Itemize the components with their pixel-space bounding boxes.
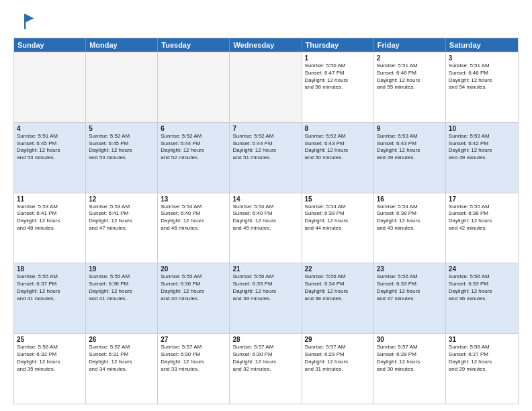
day-number: 31 [449, 336, 515, 343]
day-cell-20: 20Sunrise: 5:55 AM Sunset: 6:36 PM Dayli… [158, 263, 230, 333]
cell-details: Sunrise: 5:54 AM Sunset: 6:39 PM Dayligh… [305, 203, 371, 232]
header-day-tuesday: Tuesday [158, 38, 230, 52]
day-number: 23 [377, 265, 443, 273]
cell-details: Sunrise: 5:53 AM Sunset: 6:41 PM Dayligh… [17, 203, 83, 232]
day-number: 6 [161, 125, 226, 132]
day-number: 13 [161, 195, 226, 203]
logo-icon [13, 11, 35, 32]
day-cell-7: 7Sunrise: 5:52 AM Sunset: 6:44 PM Daylig… [230, 123, 302, 193]
cell-details: Sunrise: 5:50 AM Sunset: 6:47 PM Dayligh… [305, 62, 371, 91]
cell-details: Sunrise: 5:53 AM Sunset: 6:41 PM Dayligh… [89, 203, 154, 232]
calendar-row-2: 4Sunrise: 5:51 AM Sunset: 6:45 PM Daylig… [14, 122, 518, 193]
header-day-saturday: Saturday [446, 38, 518, 52]
day-cell-10: 10Sunrise: 5:53 AM Sunset: 6:42 PM Dayli… [446, 123, 518, 193]
cell-details: Sunrise: 5:55 AM Sunset: 6:37 PM Dayligh… [17, 273, 83, 302]
day-number: 12 [89, 195, 154, 203]
empty-cell [86, 52, 158, 122]
day-number: 16 [377, 195, 443, 203]
cell-details: Sunrise: 5:57 AM Sunset: 6:30 PM Dayligh… [161, 344, 226, 373]
day-number: 7 [232, 125, 298, 132]
header-day-sunday: Sunday [14, 38, 86, 52]
cell-details: Sunrise: 5:55 AM Sunset: 6:36 PM Dayligh… [161, 273, 226, 302]
day-cell-17: 17Sunrise: 5:55 AM Sunset: 6:38 PM Dayli… [446, 193, 518, 263]
day-cell-13: 13Sunrise: 5:54 AM Sunset: 6:40 PM Dayli… [158, 193, 230, 263]
day-number: 11 [17, 195, 83, 203]
cell-details: Sunrise: 5:55 AM Sunset: 6:38 PM Dayligh… [449, 203, 515, 232]
day-number: 9 [377, 125, 443, 132]
day-number: 27 [161, 336, 226, 343]
day-number: 25 [17, 336, 83, 343]
day-cell-8: 8Sunrise: 5:52 AM Sunset: 6:43 PM Daylig… [302, 123, 374, 193]
day-number: 29 [305, 336, 371, 343]
day-cell-6: 6Sunrise: 5:52 AM Sunset: 6:44 PM Daylig… [158, 123, 230, 193]
day-number: 26 [89, 336, 154, 343]
cell-details: Sunrise: 5:56 AM Sunset: 6:32 PM Dayligh… [17, 344, 83, 373]
day-number: 1 [305, 54, 371, 62]
cell-details: Sunrise: 5:56 AM Sunset: 6:33 PM Dayligh… [449, 273, 515, 302]
calendar-body: 1Sunrise: 5:50 AM Sunset: 6:47 PM Daylig… [14, 52, 518, 404]
day-number: 20 [161, 265, 226, 273]
day-cell-27: 27Sunrise: 5:57 AM Sunset: 6:30 PM Dayli… [158, 334, 230, 404]
day-cell-12: 12Sunrise: 5:53 AM Sunset: 6:41 PM Dayli… [86, 193, 158, 263]
cell-details: Sunrise: 5:57 AM Sunset: 6:28 PM Dayligh… [377, 344, 443, 373]
cell-details: Sunrise: 5:52 AM Sunset: 6:44 PM Dayligh… [161, 133, 226, 162]
day-number: 22 [305, 265, 371, 273]
cell-details: Sunrise: 5:53 AM Sunset: 6:43 PM Dayligh… [377, 133, 443, 162]
calendar: SundayMondayTuesdayWednesdayThursdayFrid… [13, 38, 519, 404]
cell-details: Sunrise: 5:57 AM Sunset: 6:29 PM Dayligh… [305, 344, 371, 373]
day-cell-21: 21Sunrise: 5:56 AM Sunset: 6:35 PM Dayli… [230, 263, 302, 333]
day-cell-19: 19Sunrise: 5:55 AM Sunset: 6:36 PM Dayli… [86, 263, 158, 333]
day-cell-3: 3Sunrise: 5:51 AM Sunset: 6:46 PM Daylig… [446, 52, 518, 122]
cell-details: Sunrise: 5:54 AM Sunset: 6:40 PM Dayligh… [232, 203, 298, 232]
day-number: 2 [377, 54, 443, 62]
day-cell-16: 16Sunrise: 5:54 AM Sunset: 6:38 PM Dayli… [374, 193, 446, 263]
day-cell-28: 28Sunrise: 5:57 AM Sunset: 6:30 PM Dayli… [230, 334, 302, 404]
cell-details: Sunrise: 5:56 AM Sunset: 6:35 PM Dayligh… [232, 273, 298, 302]
cell-details: Sunrise: 5:52 AM Sunset: 6:44 PM Dayligh… [232, 133, 298, 162]
day-cell-24: 24Sunrise: 5:56 AM Sunset: 6:33 PM Dayli… [446, 263, 518, 333]
calendar-row-3: 11Sunrise: 5:53 AM Sunset: 6:41 PM Dayli… [14, 193, 518, 263]
cell-details: Sunrise: 5:56 AM Sunset: 6:33 PM Dayligh… [377, 273, 443, 302]
header-day-wednesday: Wednesday [230, 38, 302, 52]
cell-details: Sunrise: 5:54 AM Sunset: 6:40 PM Dayligh… [161, 203, 226, 232]
day-number: 17 [449, 195, 515, 203]
cell-details: Sunrise: 5:54 AM Sunset: 6:38 PM Dayligh… [377, 203, 443, 232]
cell-details: Sunrise: 5:52 AM Sunset: 6:43 PM Dayligh… [305, 133, 371, 162]
day-cell-18: 18Sunrise: 5:55 AM Sunset: 6:37 PM Dayli… [14, 263, 86, 333]
cell-details: Sunrise: 5:51 AM Sunset: 6:46 PM Dayligh… [377, 62, 443, 91]
cell-details: Sunrise: 5:57 AM Sunset: 6:30 PM Dayligh… [232, 344, 298, 373]
day-cell-9: 9Sunrise: 5:53 AM Sunset: 6:43 PM Daylig… [374, 123, 446, 193]
calendar-row-1: 1Sunrise: 5:50 AM Sunset: 6:47 PM Daylig… [14, 52, 518, 122]
day-number: 5 [89, 125, 154, 132]
day-number: 19 [89, 265, 154, 273]
day-cell-30: 30Sunrise: 5:57 AM Sunset: 6:28 PM Dayli… [374, 334, 446, 404]
empty-cell [230, 52, 302, 122]
day-number: 14 [232, 195, 298, 203]
header-day-friday: Friday [374, 38, 446, 52]
day-cell-14: 14Sunrise: 5:54 AM Sunset: 6:40 PM Dayli… [230, 193, 302, 263]
header-day-monday: Monday [86, 38, 158, 52]
cell-details: Sunrise: 5:56 AM Sunset: 6:34 PM Dayligh… [305, 273, 371, 302]
day-cell-22: 22Sunrise: 5:56 AM Sunset: 6:34 PM Dayli… [302, 263, 374, 333]
day-number: 15 [305, 195, 371, 203]
cell-details: Sunrise: 5:51 AM Sunset: 6:45 PM Dayligh… [17, 133, 83, 162]
cell-details: Sunrise: 5:53 AM Sunset: 6:42 PM Dayligh… [449, 133, 515, 162]
day-cell-31: 31Sunrise: 5:58 AM Sunset: 6:27 PM Dayli… [446, 334, 518, 404]
day-number: 18 [17, 265, 83, 273]
day-cell-25: 25Sunrise: 5:56 AM Sunset: 6:32 PM Dayli… [14, 334, 86, 404]
day-cell-2: 2Sunrise: 5:51 AM Sunset: 6:46 PM Daylig… [374, 52, 446, 122]
empty-cell [158, 52, 230, 122]
day-number: 21 [232, 265, 298, 273]
calendar-row-5: 25Sunrise: 5:56 AM Sunset: 6:32 PM Dayli… [14, 333, 518, 404]
day-number: 30 [377, 336, 443, 343]
cell-details: Sunrise: 5:55 AM Sunset: 6:36 PM Dayligh… [89, 273, 154, 302]
day-cell-5: 5Sunrise: 5:52 AM Sunset: 6:45 PM Daylig… [86, 123, 158, 193]
day-cell-11: 11Sunrise: 5:53 AM Sunset: 6:41 PM Dayli… [14, 193, 86, 263]
day-number: 28 [232, 336, 298, 343]
svg-rect-2 [24, 14, 26, 29]
day-cell-29: 29Sunrise: 5:57 AM Sunset: 6:29 PM Dayli… [302, 334, 374, 404]
day-cell-23: 23Sunrise: 5:56 AM Sunset: 6:33 PM Dayli… [374, 263, 446, 333]
cell-details: Sunrise: 5:51 AM Sunset: 6:46 PM Dayligh… [449, 62, 515, 91]
cell-details: Sunrise: 5:58 AM Sunset: 6:27 PM Dayligh… [449, 344, 515, 373]
day-number: 10 [449, 125, 515, 132]
